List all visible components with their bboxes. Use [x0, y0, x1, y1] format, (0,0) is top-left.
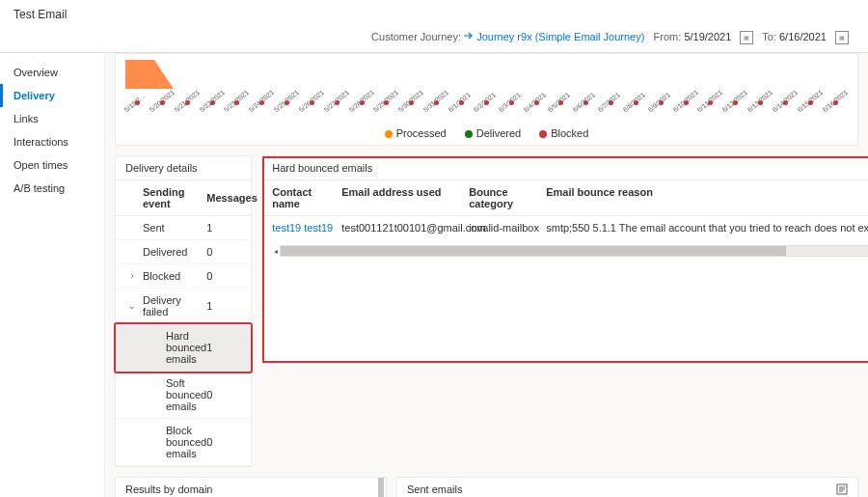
- timeline-tick-label: 6/5/2021: [547, 93, 570, 113]
- timeline-tick: 6/15/2021: [799, 100, 823, 114]
- from-label: From:: [654, 31, 682, 42]
- timeline-tick: 6/7/2021: [599, 100, 623, 114]
- delivery-details-row[interactable]: Hard bounced emails1: [116, 324, 251, 372]
- customer-journey-label: Customer Journey:: [371, 31, 461, 42]
- timeline-tick-label: 5/19/2...: [123, 93, 147, 113]
- timeline-tick-label: 5/22/2021: [198, 93, 221, 113]
- results-by-domain-panel: Results by domain Sending event Messages…: [115, 477, 387, 497]
- timeline-tick-label: 6/14/2021: [772, 93, 795, 113]
- messages-cell: 1: [206, 222, 241, 234]
- timeline-tick-label: 5/29/2021: [372, 93, 395, 113]
- sidebar: Overview Delivery Links Interactions Ope…: [0, 53, 105, 497]
- journey-link-icon: [464, 31, 474, 41]
- col-email-used: Email address used: [341, 186, 469, 209]
- timeline-tick-label: 5/24/2021: [248, 93, 271, 113]
- calendar-icon[interactable]: ▦: [740, 31, 753, 44]
- timeline-tick-label: 6/1/2021: [448, 93, 471, 113]
- timeline-tick: 6/6/2021: [574, 100, 598, 114]
- timeline-tick: 5/21/2021: [176, 100, 200, 114]
- timeline-tick: 5/31/2021: [424, 100, 448, 114]
- timeline-tick-label: 5/20/2021: [149, 93, 172, 113]
- timeline-tick-label: 6/15/2021: [797, 93, 820, 113]
- delivery-details-row[interactable]: ›Blocked0: [116, 264, 251, 289]
- timeline-tick-label: 6/4/2021: [522, 93, 545, 113]
- timeline-tick: 6/12/2021: [723, 100, 747, 114]
- hard-bounced-row[interactable]: test19 test19 test001121t00101@gmail.com…: [262, 216, 868, 239]
- timeline-tick-label: 5/26/2021: [298, 93, 321, 113]
- messages-cell: 0: [206, 246, 241, 258]
- timeline-tick: 5/23/2021: [225, 100, 249, 114]
- messages-cell: 0: [206, 436, 241, 448]
- timeline-tick: 5/29/2021: [374, 100, 398, 114]
- category-cell: invalid-mailbox: [469, 222, 546, 234]
- journey-bar: Customer Journey: Journey r9x (Simple Em…: [0, 27, 868, 52]
- legend-blocked: Blocked: [551, 127, 588, 139]
- event-cell: Delivery failed: [143, 294, 206, 318]
- results-by-domain-title: Results by domain: [125, 483, 213, 495]
- event-cell: Blocked: [143, 270, 206, 282]
- timeline-tick: 6/8/2021: [624, 100, 648, 114]
- sidebar-item-links[interactable]: Links: [0, 107, 104, 130]
- contact-link[interactable]: test19 test19: [272, 222, 341, 234]
- timeline-tick: 6/13/2021: [748, 100, 773, 114]
- customer-journey-link-text: Journey r9x (Simple Email Journey): [476, 31, 644, 42]
- event-cell: Hard bounced emails: [166, 330, 206, 365]
- timeline-tick: 6/16/2021: [824, 100, 848, 114]
- col-bounce-reason: Email bounce reason: [546, 186, 868, 209]
- to-date[interactable]: 6/16/2021: [779, 31, 827, 42]
- timeline-tick: 5/30/2021: [399, 100, 423, 114]
- horizontal-scrollbar[interactable]: ◂ ▸: [272, 245, 868, 257]
- timeline-tick: 5/28/2021: [350, 100, 374, 114]
- delivery-details-row[interactable]: Delivered0: [116, 240, 251, 264]
- event-cell: Delivered: [143, 246, 206, 258]
- sidebar-item-overview[interactable]: Overview: [0, 61, 104, 84]
- sidebar-item-interactions[interactable]: Interactions: [0, 130, 104, 153]
- to-label: To:: [762, 31, 776, 42]
- sidebar-item-open-times[interactable]: Open times: [0, 153, 104, 177]
- customer-journey-link[interactable]: Journey r9x (Simple Email Journey): [464, 31, 647, 42]
- col-messages: Messages: [206, 192, 241, 204]
- event-cell: Block bounced emails: [166, 425, 206, 459]
- event-cell: Sent: [143, 222, 206, 234]
- timeline-tick: 6/4/2021: [525, 100, 549, 114]
- vertical-scrollbar[interactable]: [378, 478, 384, 497]
- timeline-tick-label: 5/30/2021: [397, 93, 420, 113]
- messages-cell: 1: [206, 342, 241, 353]
- timeline-tick-label: 6/3/2021: [497, 93, 520, 113]
- export-icon[interactable]: [836, 483, 848, 495]
- delivery-details-list: Sending event Messages Sent1Delivered0›B…: [116, 180, 251, 466]
- timeline-tick-label: 6/12/2021: [721, 93, 745, 113]
- sidebar-item-delivery[interactable]: Delivery: [0, 84, 104, 107]
- timeline-tick: 5/20/2021: [150, 100, 175, 114]
- hard-bounced-title: Hard bounced emails: [272, 162, 372, 174]
- timeline-tick-label: 5/21/2021: [173, 93, 196, 113]
- timeline-tick: 6/5/2021: [549, 100, 573, 114]
- sidebar-item-ab-testing[interactable]: A/B testing: [0, 177, 104, 200]
- scroll-left-icon[interactable]: ◂: [272, 245, 280, 257]
- timeline-tick: 5/26/2021: [300, 100, 324, 114]
- timeline-tick: 6/3/2021: [500, 100, 524, 114]
- delivery-details-row[interactable]: Sent1: [116, 216, 251, 240]
- sent-emails-title: Sent emails: [407, 483, 462, 495]
- messages-cell: 0: [206, 270, 241, 282]
- messages-cell: 0: [206, 389, 241, 400]
- delivery-details-row[interactable]: ⌄Delivery failed1: [116, 289, 251, 324]
- timeline-tick: 5/25/2021: [275, 100, 299, 114]
- chevron-down-icon[interactable]: ⌄: [125, 301, 139, 311]
- event-cell: Soft bounced emails: [166, 377, 206, 412]
- chevron-right-icon[interactable]: ›: [125, 271, 139, 281]
- delivery-details-row[interactable]: Block bounced emails0: [116, 419, 251, 466]
- timeline-tick-label: 6/11/2021: [696, 93, 719, 113]
- timeline-card: 5/19/2...5/20/20215/21/20215/22/20215/23…: [115, 53, 858, 146]
- sent-emails-panel: Sent emails Email domain Value gmail.com…: [396, 477, 858, 497]
- col-contact-name: Contact name: [272, 186, 341, 209]
- delivery-details-row[interactable]: Soft bounced emails0: [116, 372, 251, 419]
- from-date[interactable]: 5/19/2021: [684, 31, 731, 42]
- timeline-tick: 6/10/2021: [674, 100, 698, 114]
- timeline-tick: 5/27/2021: [325, 100, 349, 114]
- timeline-area-icon: [125, 60, 174, 89]
- calendar-icon[interactable]: ▦: [835, 31, 849, 44]
- timeline-legend: Processed Delivered Blocked: [125, 114, 848, 139]
- timeline-tick-label: 6/13/2021: [746, 93, 770, 113]
- timeline-tick-label: 6/6/2021: [572, 93, 595, 113]
